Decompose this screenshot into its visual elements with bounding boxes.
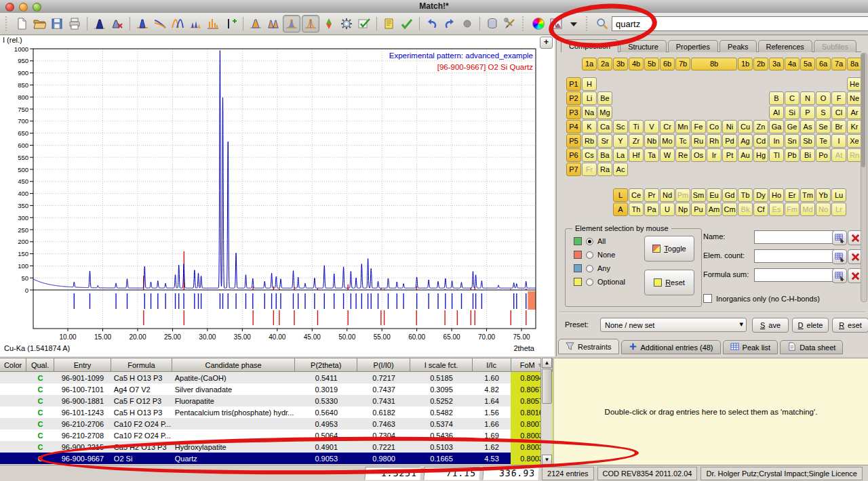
preset-combobox[interactable]: None / new set ▾ [600,318,747,332]
table-row[interactable]: C96-900-9667O2 SiQuartz0.90530.98000.166… [0,453,553,464]
element-fr[interactable]: Fr [582,163,597,176]
scroll-up-icon[interactable]: ▲ [542,358,552,368]
element-ti[interactable]: Ti [629,120,644,133]
print-button[interactable] [66,16,83,32]
add-view-button[interactable]: + [540,37,553,49]
element-li[interactable]: Li [582,91,597,105]
element-ca[interactable]: Ca [597,120,612,133]
period-p2[interactable]: P2 [566,91,581,105]
period-p4[interactable]: P4 [566,120,581,133]
element-n[interactable]: N [800,91,815,105]
group-8b[interactable]: 8b [691,58,737,70]
undo-button[interactable] [424,16,440,32]
element-no[interactable]: No [816,203,831,216]
element-dy[interactable]: Dy [753,188,768,202]
period-p3[interactable]: P3 [566,106,581,119]
group-2b[interactable]: 2b [753,58,768,70]
column-header-qual[interactable]: Qual. [26,358,54,372]
column-header-i-ic[interactable]: I/Ic [473,358,511,372]
tab-structure[interactable]: Structure [620,40,667,52]
double-peak-fit-button[interactable] [265,16,281,32]
element-xe[interactable]: Xe [847,134,862,148]
tab-peaks[interactable]: Peaks [719,40,757,52]
element-cr[interactable]: Cr [660,120,675,133]
element-ni[interactable]: Ni [722,120,737,133]
tab-restraints[interactable]: Restraints [558,339,619,354]
color-wheel-button[interactable] [530,16,547,32]
group-2a[interactable]: 2a [597,58,612,70]
element-s[interactable]: S [816,106,831,119]
formula-sum-field[interactable] [754,268,834,282]
show-experimental-pattern-button[interactable] [283,15,300,33]
show-profile-pattern-button[interactable] [302,15,319,33]
group-6a[interactable]: 6a [816,58,831,70]
period-p6[interactable]: P6 [566,148,581,162]
element-bk[interactable]: Bk [738,203,753,216]
background-subtraction-button[interactable] [152,16,168,32]
group-5a[interactable]: 5a [800,58,815,70]
element-na[interactable]: Na [582,106,597,119]
element-eu[interactable]: Eu [707,188,722,202]
selection-option-any[interactable]: Any [574,264,625,272]
element-mo[interactable]: Mo [660,134,675,148]
report-button[interactable] [381,16,397,32]
tab-data-sheet[interactable]: Data sheet [780,340,843,354]
element-gd[interactable]: Gd [722,188,737,202]
element-po[interactable]: Po [816,148,831,162]
finish-check-button[interactable] [399,16,415,32]
element-br[interactable]: Br [831,120,846,133]
peak-edit-button[interactable] [109,16,125,32]
group-1a[interactable]: 1a [582,58,597,70]
element-cs[interactable]: Cs [582,148,597,162]
retrieval-settings-button[interactable] [502,16,518,32]
element-sc[interactable]: Sc [613,120,628,133]
element-in[interactable]: In [769,134,784,148]
element-ac[interactable]: Ac [613,163,628,176]
open-file-button[interactable] [31,16,47,32]
actinides-button[interactable]: A [613,203,628,216]
tab-references[interactable]: References [758,40,812,52]
process-settings-button[interactable] [338,16,355,32]
toggle-button[interactable]: Toggle [644,236,694,262]
element-pr[interactable]: Pr [644,188,659,202]
group-4a[interactable]: 4a [785,58,800,70]
element-pt[interactable]: Pt [722,148,737,162]
redo-button[interactable] [441,16,458,32]
lanthanides-button[interactable]: L [613,188,628,202]
element-pb[interactable]: Pb [785,148,800,162]
column-header-pi-i0[interactable]: P(I/I0) [357,358,410,372]
name-field[interactable] [754,230,834,244]
group-6b[interactable]: 6b [660,58,675,70]
group-4b[interactable]: 4b [629,58,644,70]
element-ce[interactable]: Ce [629,188,644,202]
save-preset-button[interactable]: Save [752,318,789,333]
element-y[interactable]: Y [613,134,628,148]
new-document-button[interactable] [14,16,30,32]
element-md[interactable]: Md [800,203,815,216]
element-v[interactable]: V [644,120,659,133]
element-cu[interactable]: Cu [738,120,753,133]
search-input[interactable] [612,16,868,31]
peak-search-button[interactable] [92,16,108,32]
element-ru[interactable]: Ru [691,134,706,148]
reset-preset-button[interactable]: Reset [832,318,868,333]
matching-drop-area[interactable]: Double-click or drag entries here to sel… [553,358,868,465]
element-ga[interactable]: Ga [769,120,784,133]
element-tc[interactable]: Tc [675,134,690,148]
element-o[interactable]: O [816,91,831,105]
element-at[interactable]: At [831,148,846,162]
element-ge[interactable]: Ge [785,120,800,133]
element-w[interactable]: W [660,148,675,162]
element-fm[interactable]: Fm [785,203,800,216]
element-th[interactable]: Th [629,203,644,216]
column-header-phase[interactable]: Candidate phase [172,358,296,372]
table-scrollbar[interactable]: ▲ ▼ [540,358,552,465]
element-es[interactable]: Es [769,203,784,216]
table-row[interactable]: C96-210-2708Ca10 F2 O24 P...0.50640.7304… [0,430,553,441]
elem-count-select-from-table-button[interactable] [832,249,847,264]
element-al[interactable]: Al [769,106,784,119]
element-cl[interactable]: Cl [831,106,846,119]
selection-option-none[interactable]: None [574,251,625,259]
column-header-i-scale[interactable]: I scale fct. [410,358,473,372]
tab-additional-entries-48-[interactable]: Additional entries (48) [621,340,721,354]
